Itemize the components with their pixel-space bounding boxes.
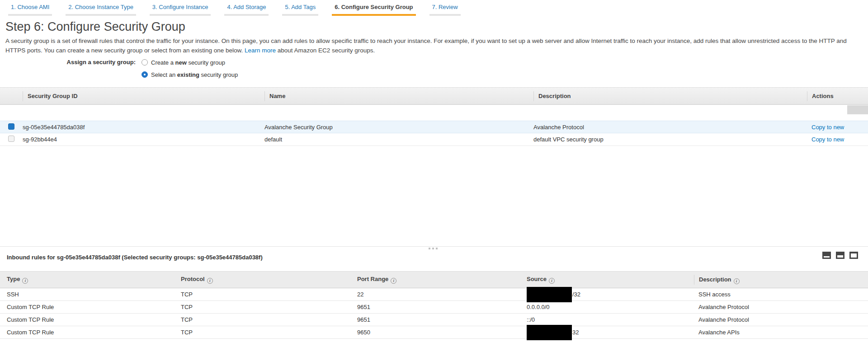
checkbox-checked-icon[interactable] — [8, 123, 14, 130]
rule-description: Avalanche Protocol — [694, 316, 868, 323]
rule-description: Avalanche APIs — [694, 329, 868, 336]
pane-size-controls — [822, 252, 858, 259]
pane-half-icon[interactable] — [836, 252, 844, 259]
header-type: Typei — [0, 276, 174, 284]
header-name: Name — [264, 91, 533, 101]
rule-port-range: 9650 — [350, 329, 522, 336]
info-icon[interactable]: i — [22, 278, 28, 284]
tab-review[interactable]: 7. Review — [429, 4, 461, 16]
security-groups-table-header: Security Group ID Name Description Actio… — [0, 87, 868, 105]
info-icon[interactable]: i — [207, 278, 213, 284]
security-group-id: sg-05e35e44785da038f — [23, 124, 264, 131]
page-title: Step 6: Configure Security Group — [5, 19, 185, 34]
rule-type: Custom TCP Rule — [0, 329, 174, 336]
table-row[interactable]: sg-05e35e44785da038f Avalanche Security … — [0, 121, 868, 133]
rule-protocol: TCP — [174, 304, 350, 310]
header-description: Description — [533, 91, 807, 101]
radio-create-new-label: Create a new security group — [151, 59, 225, 66]
header-rule-description: Descriptioni — [694, 275, 868, 285]
security-group-description: default VPC security group — [533, 136, 807, 143]
header-protocol: Protocoli — [174, 276, 350, 284]
tab-choose-ami[interactable]: 1. Choose AMI — [8, 4, 52, 16]
rule-type: SSH — [0, 291, 174, 298]
rule-source: /32 — [522, 291, 694, 298]
header-source: Sourcei — [522, 276, 694, 284]
security-group-name: Avalanche Security Group — [264, 124, 533, 131]
table-scrollbar[interactable] — [847, 105, 868, 114]
tab-choose-instance-type[interactable]: 2. Choose Instance Type — [66, 4, 136, 16]
tab-add-storage[interactable]: 4. Add Storage — [224, 4, 269, 16]
assign-security-group-label: Assign a security group: — [0, 57, 136, 82]
info-icon[interactable]: i — [391, 278, 396, 284]
inbound-rule-row: SSH TCP 22 /32 SSH access — [0, 288, 868, 301]
description-text: A security group is a set of firewall ru… — [5, 38, 847, 54]
learn-more-link[interactable]: Learn more — [245, 47, 276, 54]
table-row[interactable]: sg-92bb44e4 default default VPC security… — [0, 133, 868, 146]
security-group-name: default — [264, 136, 533, 143]
tab-add-tags[interactable]: 5. Add Tags — [282, 4, 318, 16]
radio-unselected-icon[interactable] — [142, 59, 148, 66]
inbound-rule-row: Custom TCP Rule TCP 9651 ::/0 Avalanche … — [0, 314, 868, 326]
description-text-after: about Amazon EC2 security groups. — [276, 47, 375, 54]
inbound-rule-row: Custom TCP Rule TCP 9651 0.0.0.0/0 Avala… — [0, 301, 868, 314]
checkbox-unchecked-icon[interactable] — [8, 136, 14, 142]
radio-select-existing-label: Select an existing security group — [151, 71, 238, 78]
copy-to-new-link[interactable]: Copy to new — [811, 124, 844, 131]
tab-configure-instance[interactable]: 3. Configure Instance — [150, 4, 211, 16]
rule-port-range: 9651 — [350, 304, 522, 310]
pane-small-icon[interactable] — [822, 252, 831, 259]
rule-description: Avalanche Protocol — [694, 304, 868, 310]
info-icon[interactable]: i — [549, 278, 555, 284]
rule-protocol: TCP — [174, 316, 350, 323]
security-groups-table: Security Group ID Name Description Actio… — [0, 87, 868, 146]
info-icon[interactable]: i — [734, 278, 740, 284]
assign-security-group: Assign a security group: Create a new se… — [0, 57, 238, 82]
radio-select-existing-group[interactable]: Select an existing security group — [142, 70, 238, 80]
security-group-description: Avalanche Protocol — [533, 124, 807, 131]
rule-description: SSH access — [694, 291, 868, 298]
rule-protocol: TCP — [174, 291, 350, 298]
header-actions: Actions — [807, 91, 868, 101]
rule-protocol: TCP — [174, 329, 350, 336]
radio-create-new-group[interactable]: Create a new security group — [142, 57, 238, 67]
copy-to-new-link[interactable]: Copy to new — [811, 136, 844, 143]
radio-selected-icon[interactable] — [142, 71, 148, 78]
drag-handle-icon[interactable] — [429, 248, 438, 249]
redacted-ip — [527, 287, 572, 302]
tab-configure-security-group[interactable]: 6. Configure Security Group — [332, 4, 415, 16]
inbound-rules-title: Inbound rules for sg-05e35e44785da038f (… — [7, 254, 263, 261]
pane-full-icon[interactable] — [849, 252, 858, 259]
rule-source: 32 — [522, 329, 694, 336]
inbound-rules-header: Typei Protocoli Port Rangei Sourcei Desc… — [0, 271, 868, 288]
page-description: A security group is a set of firewall ru… — [5, 36, 855, 55]
security-group-id: sg-92bb44e4 — [23, 136, 264, 143]
redacted-ip — [527, 325, 572, 340]
header-security-group-id: Security Group ID — [23, 91, 264, 101]
rule-type: Custom TCP Rule — [0, 316, 174, 323]
header-port-range: Port Rangei — [350, 276, 522, 284]
rule-port-range: 22 — [350, 291, 522, 298]
rule-source: 0.0.0.0/0 — [522, 304, 694, 310]
header-checkbox-column — [0, 91, 23, 101]
rule-type: Custom TCP Rule — [0, 304, 174, 310]
inbound-rule-row: Custom TCP Rule TCP 9650 32 Avalanche AP… — [0, 326, 868, 339]
pane-divider — [0, 246, 868, 247]
wizard-tab-bar: 1. Choose AMI 2. Choose Instance Type 3.… — [8, 4, 461, 16]
rule-port-range: 9651 — [350, 316, 522, 323]
rule-source: ::/0 — [522, 316, 694, 323]
inbound-rules-table: Typei Protocoli Port Rangei Sourcei Desc… — [0, 271, 868, 339]
